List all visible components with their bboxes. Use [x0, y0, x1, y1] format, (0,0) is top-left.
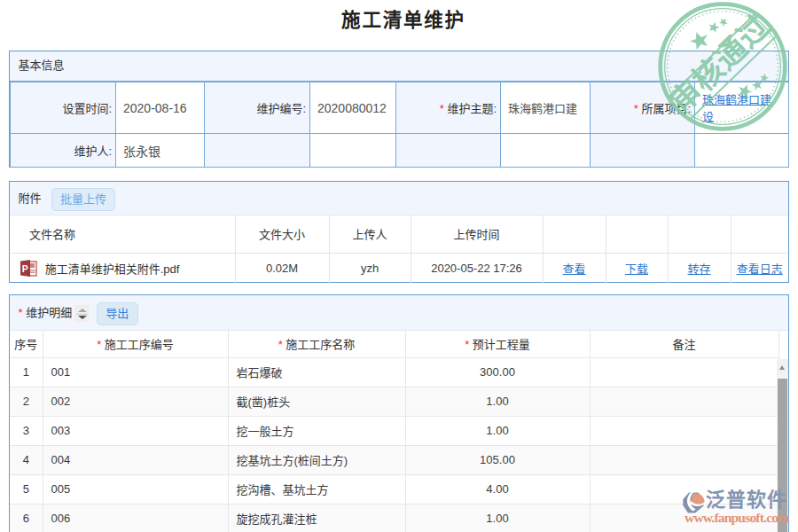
svg-text:审核通过: 审核通过	[663, 8, 776, 119]
svg-text:P: P	[22, 262, 28, 273]
